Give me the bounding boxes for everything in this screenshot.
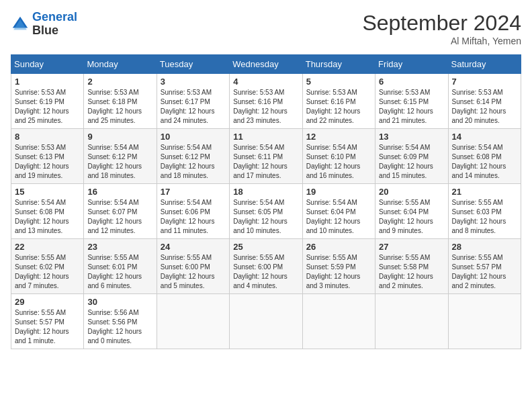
empty-cell <box>157 294 229 349</box>
day-cell-4: 4 Sunrise: 5:53 AMSunset: 6:16 PMDayligh… <box>230 74 302 129</box>
header-friday: Friday <box>375 55 448 74</box>
empty-cell <box>375 294 448 349</box>
logo-text: General Blue <box>32 11 77 38</box>
day-cell-12: 12 Sunrise: 5:54 AMSunset: 6:10 PMDaylig… <box>302 129 375 184</box>
table-row: 8 Sunrise: 5:53 AMSunset: 6:13 PMDayligh… <box>11 129 521 184</box>
month-title: September 2024 <box>362 11 521 36</box>
logo: General Blue <box>11 11 77 38</box>
day-cell-2: 2 Sunrise: 5:53 AMSunset: 6:18 PMDayligh… <box>84 74 157 129</box>
day-cell-19: 19 Sunrise: 5:54 AMSunset: 6:04 PMDaylig… <box>302 184 375 239</box>
header-saturday: Saturday <box>448 55 521 74</box>
day-cell-18: 18 Sunrise: 5:54 AMSunset: 6:05 PMDaylig… <box>230 184 302 239</box>
table-row: 1 Sunrise: 5:53 AMSunset: 6:19 PMDayligh… <box>11 74 521 129</box>
day-cell-14: 14 Sunrise: 5:54 AMSunset: 6:08 PMDaylig… <box>448 129 521 184</box>
empty-cell <box>230 294 302 349</box>
title-block: September 2024 Al Miftah, Yemen <box>362 11 521 46</box>
day-cell-7: 7 Sunrise: 5:53 AMSunset: 6:14 PMDayligh… <box>448 74 521 129</box>
header-thursday: Thursday <box>302 55 375 74</box>
day-cell-1: 1 Sunrise: 5:53 AMSunset: 6:19 PMDayligh… <box>11 74 84 129</box>
day-cell-9: 9 Sunrise: 5:54 AMSunset: 6:12 PMDayligh… <box>84 129 157 184</box>
day-cell-11: 11 Sunrise: 5:54 AMSunset: 6:11 PMDaylig… <box>230 129 302 184</box>
day-cell-27: 27 Sunrise: 5:55 AMSunset: 5:58 PMDaylig… <box>375 239 448 294</box>
empty-cell <box>302 294 375 349</box>
header-wednesday: Wednesday <box>230 55 302 74</box>
day-cell-13: 13 Sunrise: 5:54 AMSunset: 6:09 PMDaylig… <box>375 129 448 184</box>
day-cell-26: 26 Sunrise: 5:55 AMSunset: 5:59 PMDaylig… <box>302 239 375 294</box>
day-cell-20: 20 Sunrise: 5:55 AMSunset: 6:04 PMDaylig… <box>375 184 448 239</box>
day-cell-23: 23 Sunrise: 5:55 AMSunset: 6:01 PMDaylig… <box>84 239 157 294</box>
header-row: Sunday Monday Tuesday Wednesday Thursday… <box>11 55 521 74</box>
day-cell-28: 28 Sunrise: 5:55 AMSunset: 5:57 PMDaylig… <box>448 239 521 294</box>
location: Al Miftah, Yemen <box>362 36 521 46</box>
logo-icon <box>11 15 30 34</box>
header-tuesday: Tuesday <box>157 55 229 74</box>
day-cell-21: 21 Sunrise: 5:55 AMSunset: 6:03 PMDaylig… <box>448 184 521 239</box>
day-cell-3: 3 Sunrise: 5:53 AMSunset: 6:17 PMDayligh… <box>157 74 229 129</box>
table-row: 22 Sunrise: 5:55 AMSunset: 6:02 PMDaylig… <box>11 239 521 294</box>
day-cell-30: 30 Sunrise: 5:56 AMSunset: 5:56 PMDaylig… <box>84 294 157 349</box>
header-monday: Monday <box>84 55 157 74</box>
day-cell-29: 29 Sunrise: 5:55 AMSunset: 5:57 PMDaylig… <box>11 294 84 349</box>
empty-cell <box>448 294 521 349</box>
calendar-table: Sunday Monday Tuesday Wednesday Thursday… <box>11 54 521 349</box>
table-row: 15 Sunrise: 5:54 AMSunset: 6:08 PMDaylig… <box>11 184 521 239</box>
day-cell-24: 24 Sunrise: 5:55 AMSunset: 6:00 PMDaylig… <box>157 239 229 294</box>
day-cell-25: 25 Sunrise: 5:55 AMSunset: 6:00 PMDaylig… <box>230 239 302 294</box>
page-header: General Blue September 2024 Al Miftah, Y… <box>11 11 521 46</box>
day-cell-5: 5 Sunrise: 5:53 AMSunset: 6:16 PMDayligh… <box>302 74 375 129</box>
day-cell-15: 15 Sunrise: 5:54 AMSunset: 6:08 PMDaylig… <box>11 184 84 239</box>
table-row: 29 Sunrise: 5:55 AMSunset: 5:57 PMDaylig… <box>11 294 521 349</box>
day-cell-22: 22 Sunrise: 5:55 AMSunset: 6:02 PMDaylig… <box>11 239 84 294</box>
day-cell-16: 16 Sunrise: 5:54 AMSunset: 6:07 PMDaylig… <box>84 184 157 239</box>
day-cell-10: 10 Sunrise: 5:54 AMSunset: 6:12 PMDaylig… <box>157 129 229 184</box>
header-sunday: Sunday <box>11 55 84 74</box>
day-cell-8: 8 Sunrise: 5:53 AMSunset: 6:13 PMDayligh… <box>11 129 84 184</box>
day-cell-6: 6 Sunrise: 5:53 AMSunset: 6:15 PMDayligh… <box>375 74 448 129</box>
day-cell-17: 17 Sunrise: 5:54 AMSunset: 6:06 PMDaylig… <box>157 184 229 239</box>
